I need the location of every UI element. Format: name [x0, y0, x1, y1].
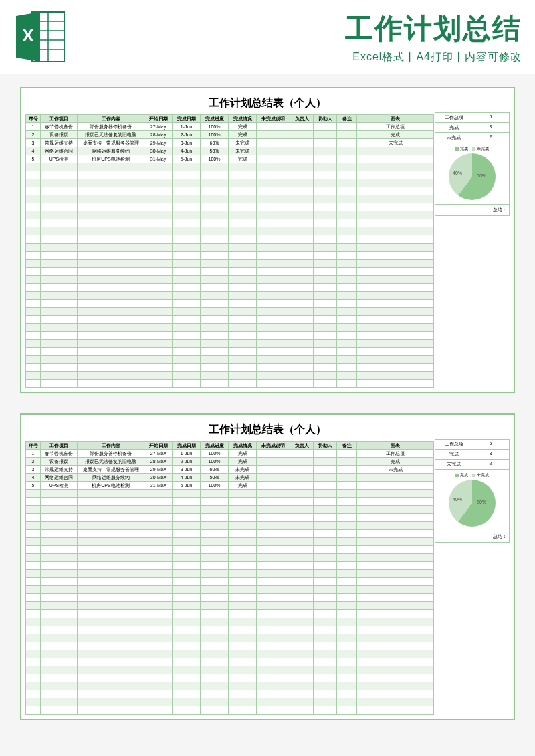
table-cell-empty — [26, 372, 41, 380]
table-cell-empty — [229, 522, 257, 530]
table-cell: 1 — [26, 123, 41, 131]
table-cell-empty — [41, 195, 78, 203]
table-cell — [337, 474, 357, 482]
table-cell-empty — [201, 252, 229, 260]
column-header: 完成进度 — [201, 442, 229, 450]
table-cell-empty — [357, 618, 434, 626]
table-cell-empty — [144, 682, 173, 690]
table-cell-empty — [173, 626, 201, 634]
table-cell-empty — [314, 340, 337, 348]
table-cell-empty — [290, 506, 314, 514]
table-cell-empty — [41, 380, 78, 388]
table-cell: 50% — [201, 147, 229, 155]
table-cell-empty — [290, 642, 314, 650]
table-cell-empty — [173, 235, 201, 244]
table-cell-empty — [229, 666, 257, 674]
table-cell-empty — [41, 538, 78, 546]
table-cell-empty — [257, 324, 290, 332]
table-cell-empty — [357, 562, 434, 570]
data-table: 序号工作项目工作内容开始日期完成日期完成进度完成情况未完成说明负责人协助人备注图… — [25, 114, 434, 388]
table-cell-empty — [26, 171, 41, 179]
table-cell: 31-May — [144, 482, 173, 490]
table-cell-empty — [357, 514, 434, 522]
table-cell-empty — [314, 674, 337, 682]
table-cell-empty — [201, 171, 229, 179]
table-cell: 100% — [201, 123, 229, 131]
table-cell-empty — [41, 268, 78, 276]
table-cell-empty — [26, 292, 41, 300]
table-cell-empty — [41, 498, 78, 506]
pie-slice-label: 60% — [477, 500, 486, 504]
table-cell-empty — [290, 698, 314, 706]
table-cell — [314, 139, 337, 147]
table-cell-empty — [144, 284, 173, 292]
table-cell-empty — [357, 300, 434, 308]
table-cell-empty — [337, 690, 357, 698]
table-cell-empty — [290, 203, 314, 211]
table-cell-empty — [357, 244, 434, 252]
table-cell-empty — [357, 634, 434, 642]
table-cell-empty — [26, 522, 41, 530]
table-cell: 2-Jun — [173, 458, 201, 466]
table-cell: 完成 — [229, 123, 257, 131]
column-header: 工作内容 — [78, 115, 144, 123]
table-cell — [314, 458, 337, 466]
table-cell-empty — [78, 522, 144, 530]
stat-value: 2 — [472, 133, 509, 143]
table-cell-empty — [78, 268, 144, 276]
table-cell-empty — [144, 356, 173, 364]
table-cell-empty — [173, 522, 201, 530]
table-cell-empty — [357, 171, 434, 179]
column-header: 负责人 — [290, 442, 314, 450]
table-cell-empty — [314, 522, 337, 530]
table-cell-empty — [78, 356, 144, 364]
table-cell-empty — [290, 227, 314, 235]
table-cell: 完成 — [229, 155, 257, 163]
table-cell-empty — [173, 219, 201, 227]
table-cell-empty — [201, 570, 229, 578]
column-header: 工作内容 — [78, 442, 144, 450]
summary-label: 总结： — [435, 205, 509, 215]
table-cell-empty — [173, 674, 201, 682]
table-cell — [337, 482, 357, 490]
table-cell-empty — [26, 642, 41, 650]
table-cell-empty — [41, 570, 78, 578]
table-cell — [257, 450, 290, 458]
table-cell-empty — [201, 348, 229, 356]
table-cell-empty — [290, 690, 314, 698]
table-cell-empty — [229, 530, 257, 538]
table-cell-empty — [290, 356, 314, 364]
table-cell-empty — [229, 227, 257, 235]
table-cell-empty — [201, 698, 229, 706]
table-cell-empty — [41, 163, 78, 171]
stat-label: 完成 — [435, 123, 472, 133]
table-cell-empty — [257, 666, 290, 674]
table-cell-empty — [290, 171, 314, 179]
table-cell-empty — [78, 514, 144, 522]
table-cell: 60% — [201, 466, 229, 474]
table-cell-empty — [201, 324, 229, 332]
table-cell-empty — [337, 610, 357, 618]
table-cell-empty — [41, 260, 78, 268]
table-cell-empty — [337, 244, 357, 252]
table-cell-empty — [41, 650, 78, 658]
table-cell-empty — [201, 522, 229, 530]
table-cell — [257, 474, 290, 482]
table-cell: 完成 — [229, 458, 257, 466]
table-cell-empty — [41, 356, 78, 364]
table-cell-empty — [357, 252, 434, 260]
table-cell-empty — [41, 674, 78, 682]
table-cell-empty — [78, 380, 144, 388]
table-cell — [314, 147, 337, 155]
table-cell-empty — [229, 179, 257, 187]
table-cell-empty — [314, 562, 337, 570]
table-cell-empty — [257, 634, 290, 642]
table-cell-empty — [229, 706, 257, 715]
table-cell-empty — [290, 380, 314, 388]
table-cell-empty — [337, 658, 357, 666]
column-header: 图表 — [357, 115, 434, 123]
table-cell-empty — [26, 324, 41, 332]
table-cell-empty — [78, 316, 144, 324]
table-cell-empty — [78, 300, 144, 308]
table-cell-empty — [173, 316, 201, 324]
